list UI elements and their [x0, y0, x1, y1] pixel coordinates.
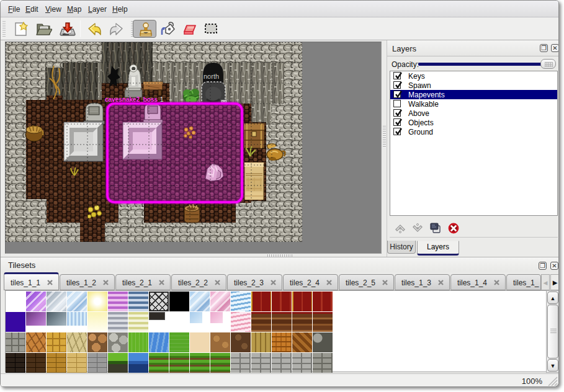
svg-text:north: north	[204, 73, 219, 80]
svg-text:1: 1	[160, 96, 164, 103]
svg-text:cavesnake2_boss: cavesnake2_boss	[105, 96, 158, 103]
